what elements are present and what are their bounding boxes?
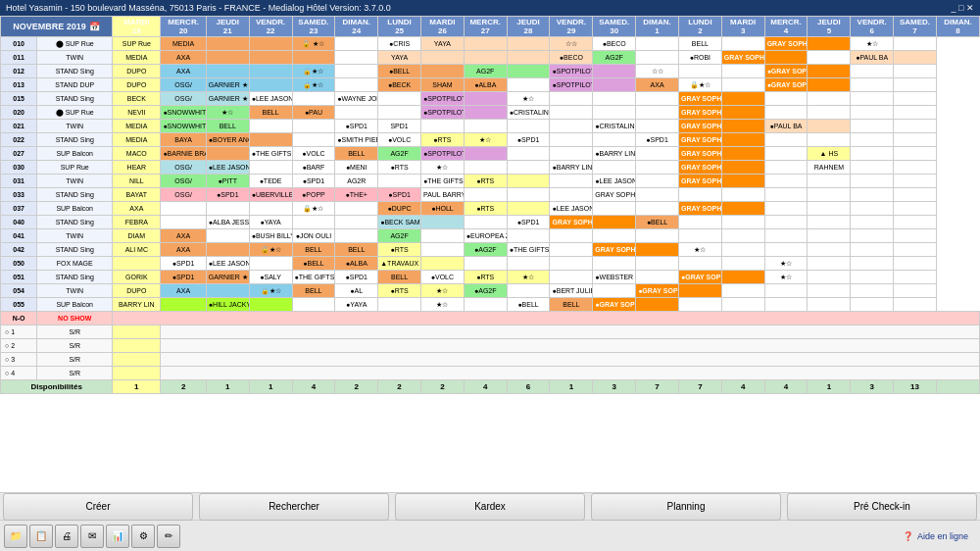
rechercher-button[interactable]: Rechercher [199, 493, 389, 521]
day-header-28: JEUDI28 [507, 17, 550, 37]
day-header-4: MERCR.4 [764, 17, 808, 37]
planning-button[interactable]: Planning [591, 493, 781, 521]
table-row[interactable]: 050 FOX MAGE ●SPD1 ●LEE JASON ●BELL ●ALB… [1, 257, 980, 271]
table-row[interactable]: 031 TWIN NILL OSG/ ●PITT ●TEDE ●SPD1 AG2… [1, 175, 980, 188]
kardex-button[interactable]: Kardex [395, 493, 585, 521]
main-area: NOVEMBRE 2019 📅 MARDI19 MERCR.20 JEUDI21… [0, 16, 980, 492]
print-icon[interactable]: 🖨 [55, 525, 78, 548]
month-label: NOVEMBRE 2019 [13, 22, 86, 31]
table-row[interactable]: 042 STAND Sing ALI MC AXA 🔒★☆ BELL BELL … [1, 243, 980, 257]
pre-checkin-button[interactable]: Pré Check-in [787, 493, 977, 521]
day-header-23: SAMED.23 [292, 17, 335, 37]
settings-icon[interactable]: ⚙ [131, 525, 155, 548]
table-row[interactable]: 012 STAND Sing DUPO AXA 🔒★☆ ●BELL AG2F ●… [1, 65, 980, 78]
day-header-5: JEUDI5 [808, 17, 851, 37]
scroll-container[interactable]: NOVEMBRE 2019 📅 MARDI19 MERCR.20 JEUDI21… [0, 16, 980, 492]
sr-row-1: ○ 1 S/R [1, 326, 980, 339]
window-controls: _ □ ✕ [952, 3, 974, 13]
bottom-toolbar: Créer Rechercher Kardex Planning Pré Che… [0, 492, 980, 520]
edit-icon[interactable]: ✏ [157, 525, 180, 548]
day-header-25: LUNDI25 [378, 17, 421, 37]
day-header-29: VENDR.29 [550, 17, 593, 37]
sr-row-3: ○ 3 S/R [1, 353, 980, 367]
email-icon[interactable]: ✉ [80, 525, 104, 548]
table-row[interactable]: 013 STAND DUP DUPO OSG/ GARNIER ★☆ 🔒★☆ ●… [1, 78, 980, 92]
table-row[interactable]: 040 STAND Sing FEBRA ●ALBA JESSIC ●YAYA … [1, 216, 980, 229]
table-row[interactable]: 037 SUP Balcon AXA 🔒★☆ ●DUPC ●HOLL ●RTS … [1, 202, 980, 216]
table-row[interactable]: 051 STAND Sing GORIK ●SPD1 GARNIER ★☆ ●S… [1, 271, 980, 284]
day-header-27: MERCR.27 [464, 17, 507, 37]
day-header-8: DIMAN.8 [936, 17, 979, 37]
aide-ligne[interactable]: ❓ Aide en ligne [903, 531, 968, 541]
table-row[interactable]: 021 TWIN MEDIA ●SNOWWHITE BELL ●SPD1 SPD… [1, 120, 980, 133]
day-header-1: DIMAN.1 [636, 17, 679, 37]
status-bar: 📁 📋 🖨 ✉ 📊 ⚙ ✏ ❓ Aide en ligne [0, 520, 980, 551]
table-row[interactable]: 030 SUP Rue HEAR OSG/ ●LEE JASON ●BARF ●… [1, 161, 980, 175]
help-icon: ❓ [903, 531, 913, 541]
day-header-26: MARDI26 [421, 17, 465, 37]
copy-icon[interactable]: 📋 [29, 525, 53, 548]
table-row[interactable]: 055 SUP Balcon BARRY LIN ●HILL JACKY ●YA… [1, 298, 980, 312]
chart-icon[interactable]: 📊 [106, 525, 129, 548]
aide-text: Aide en ligne [917, 531, 968, 541]
planning-table: NOVEMBRE 2019 📅 MARDI19 MERCR.20 JEUDI21… [0, 16, 980, 394]
day-header-7: SAMED.7 [894, 17, 937, 37]
sr-row-2: ○ 2 S/R [1, 339, 980, 353]
day-header-19: MARDI19 [113, 17, 161, 37]
table-row[interactable]: 033 STAND Sing BAYAT OSG/ ●SPD1 ●UBERVIL… [1, 188, 980, 202]
titlebar: Hotel Yasamin - 150 boulevard Masséna, 7… [0, 0, 980, 16]
day-header-20: MERCR.20 [161, 17, 206, 37]
sr-row-4: ○ 4 S/R [1, 367, 980, 380]
day-header-2: LUNDI2 [678, 17, 721, 37]
table-row[interactable]: 054 TWIN DUPO AXA 🔒★☆ BELL ●AL ●RTS ★☆ ●… [1, 284, 980, 298]
day-header-21: JEUDI21 [206, 17, 249, 37]
table-row[interactable]: 022 STAND Sing MEDIA BAYA ●BOYER ANGELIQ… [1, 133, 980, 147]
creer-button[interactable]: Créer [3, 493, 193, 521]
day-header-3: MARDI3 [721, 17, 764, 37]
day-header-24: DIMAN.24 [335, 17, 378, 37]
calendar-icon[interactable]: 📅 [89, 22, 100, 31]
table-row[interactable]: 015 STAND Sing BECK OSG/ GARNIER ★☆ ●LEE… [1, 92, 980, 106]
table-row[interactable]: 027 SUP Balcon MACO ●BARNIE BRAI ●THE GI… [1, 147, 980, 161]
table-row[interactable]: 010 ⬤ SUP Rue SUP Rue MEDIA 🔒 ★☆ ●CRIS Y… [1, 37, 980, 51]
day-header-6: VENDR.6 [851, 17, 894, 37]
noshow-row: N-O NO SHOW [1, 312, 980, 326]
title-text: Hotel Yasamin - 150 boulevard Masséna, 7… [6, 3, 391, 13]
availability-row: Disponibilités 1 2 1 1 4 2 2 2 4 6 1 3 7… [1, 380, 980, 394]
table-row[interactable]: 011 TWIN MEDIA AXA YAYA ●BECO AG2F ●ROBI [1, 51, 980, 65]
table-row[interactable]: 020 ⬤ SUP Rue NEVII ●SNOWWHITE ★☆ BELL ●… [1, 106, 980, 120]
table-row[interactable]: 041 TWIN DIAM AXA ●BUSH BILLY ●JON OULI … [1, 229, 980, 243]
day-header-22: VENDR.22 [249, 17, 292, 37]
folder-icon[interactable]: 📁 [4, 525, 27, 548]
month-header: NOVEMBRE 2019 📅 [1, 17, 113, 37]
day-header-30: SAMED.30 [593, 17, 636, 37]
